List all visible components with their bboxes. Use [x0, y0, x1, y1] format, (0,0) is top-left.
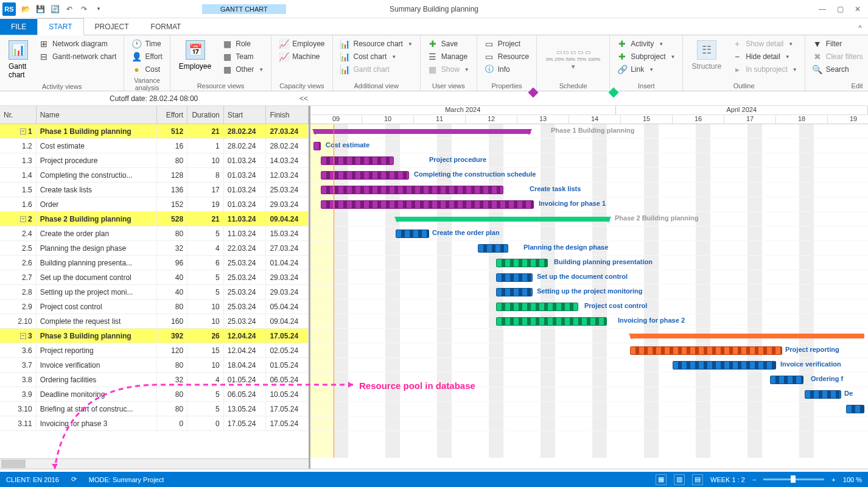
table-row[interactable]: 2.9 Project cost control 80 10 25.03.24 … [0, 300, 309, 314]
table-row[interactable]: 2.7 Set up the document control 40 5 25.… [0, 270, 309, 285]
gantt-bar[interactable] [805, 390, 841, 399]
search-button[interactable]: 🔍Search [810, 63, 868, 75]
undo-icon[interactable]: ↶ [63, 3, 75, 15]
gantt-bar[interactable] [496, 259, 548, 267]
manage-button[interactable]: ☰Manage [425, 51, 472, 63]
gantt-bar[interactable] [478, 244, 508, 253]
table-row[interactable]: 3.10 Briefing at start of construc... 80… [0, 402, 309, 416]
resource-chart-button[interactable]: 📊Resource chart▼ [338, 38, 415, 50]
filter-button[interactable]: ▼Filter [810, 38, 868, 50]
view3-icon[interactable]: ▤ [692, 474, 703, 485]
schedule-dd[interactable]: ▼ [570, 63, 576, 70]
link-button[interactable]: 🔗Link▼ [615, 63, 677, 75]
col-name[interactable]: Name [37, 106, 158, 124]
other-button[interactable]: ▦Other▼ [220, 63, 266, 75]
table-row[interactable]: 2.10 Complete the request list 160 10 25… [0, 314, 309, 329]
file-tab[interactable]: FILE [0, 19, 37, 35]
sync-icon[interactable]: 🔄 [49, 3, 61, 15]
table-row[interactable]: 2.6 Building planning presenta... 96 6 2… [0, 256, 309, 270]
table-row[interactable]: 1.4 Completing the constructio... 128 8 … [0, 168, 309, 183]
table-row[interactable]: −2 Phase 2 Building planning 528 21 11.0… [0, 212, 309, 226]
gantt-bar[interactable] [321, 156, 394, 165]
table-row[interactable]: −3 Phase 3 Building planning 392 26 12.0… [0, 329, 309, 343]
col-effort[interactable]: Effort [157, 106, 187, 124]
gantt-bar[interactable] [673, 361, 776, 370]
gantt-bar[interactable] [496, 288, 533, 296]
cap-employee-button[interactable]: 📈Employee [276, 38, 327, 50]
gantt-bar[interactable] [321, 200, 534, 209]
col-finish[interactable]: Finish [266, 106, 309, 124]
effort-button[interactable]: 👤Effort [129, 51, 164, 63]
minimize-icon[interactable]: — [819, 5, 826, 13]
save-view-button[interactable]: ✚Save [425, 38, 472, 50]
project-tab[interactable]: PROJECT [84, 19, 140, 35]
horizontal-scrollbar[interactable] [0, 458, 309, 469]
table-row[interactable]: 1.3 Project procedure 80 10 01.03.24 14.… [0, 153, 309, 168]
cost-button[interactable]: ●Cost [129, 63, 164, 75]
maximize-icon[interactable]: ▢ [837, 5, 844, 13]
save-icon[interactable]: 💾 [34, 3, 46, 15]
gantt-chart-button[interactable]: 📊 Gantt chart [5, 38, 32, 82]
gantt-bar[interactable] [846, 405, 864, 413]
gantt-bar[interactable] [313, 129, 531, 134]
gantt-bar[interactable] [630, 334, 864, 338]
table-row[interactable]: −1 Phase 1 Building planning 512 21 28.0… [0, 124, 309, 139]
col-nr[interactable]: Nr. [0, 106, 37, 124]
gantt-bar[interactable] [396, 229, 429, 238]
view1-icon[interactable]: ▦ [656, 474, 667, 485]
zoom-slider[interactable] [763, 478, 824, 480]
gantt-body[interactable]: Phase 1 Building planningCost estimatePr… [310, 124, 868, 458]
refresh-icon[interactable]: ⟳ [71, 475, 77, 483]
time-button[interactable]: 🕐Time [129, 38, 164, 50]
subproject-button[interactable]: ✚Subproject▼ [615, 51, 677, 63]
table-row[interactable]: 3.6 Project reporting 120 15 12.04.24 02… [0, 343, 309, 358]
open-icon[interactable]: 📂 [19, 3, 32, 15]
table-row[interactable]: 1.6 Order 152 19 01.03.24 29.03.24 [0, 197, 309, 212]
close-icon[interactable]: ✕ [855, 5, 861, 13]
gantt-bar[interactable] [630, 346, 782, 355]
table-row[interactable]: 3.9 Deadline monitoring 80 5 06.05.24 10… [0, 387, 309, 402]
resource-prop-button[interactable]: ▭Resource [482, 51, 531, 63]
gantt-bar[interactable] [321, 186, 503, 194]
gantt-network-button[interactable]: ⊟Gantt-network chart [37, 51, 119, 63]
expand-icon[interactable]: − [20, 216, 26, 222]
info-button[interactable]: ⓘInfo [482, 63, 531, 75]
role-button[interactable]: ▦Role [220, 38, 266, 50]
start-tab[interactable]: START [37, 18, 83, 35]
table-row[interactable]: 3.7 Invoice verification 80 10 18.04.24 … [0, 358, 309, 373]
expand-icon[interactable]: − [20, 128, 26, 135]
hide-detail-button[interactable]: −Hide detail▼ [730, 51, 800, 63]
table-row[interactable]: 3.8 Ordering facilities 32 4 01.05.24 06… [0, 373, 309, 387]
team-button[interactable]: ▦Team [220, 51, 266, 63]
table-row[interactable]: 2.5 Planning the design phase 32 4 22.03… [0, 241, 309, 256]
project-prop-button[interactable]: ▭Project [482, 38, 531, 50]
table-row[interactable]: 1.5 Create task lists 136 17 01.03.24 25… [0, 183, 309, 197]
collapse-left-button[interactable]: << [299, 94, 308, 103]
col-start[interactable]: Start [224, 106, 267, 124]
employee-button[interactable]: 📅 Employee [175, 38, 215, 81]
ribbon-collapse-icon[interactable]: ^ [852, 21, 868, 35]
view2-icon[interactable]: ▥ [674, 474, 685, 485]
gantt-bar[interactable] [496, 317, 607, 326]
redo-icon[interactable]: ↷ [78, 3, 90, 15]
expand-icon[interactable]: − [20, 333, 26, 339]
activity-button[interactable]: ✚Activity▼ [615, 38, 677, 50]
qat-dropdown[interactable]: ▼ [93, 3, 105, 15]
col-duration[interactable]: Duration [187, 106, 224, 124]
table-row[interactable]: 3.11 Invoicing for phase 3 0 0 17.05.24 … [0, 416, 309, 431]
cost-chart-button[interactable]: 📊Cost chart▼ [338, 51, 415, 63]
network-diagram-button[interactable]: ⊞Network diagram [37, 38, 119, 50]
gantt-bar[interactable] [313, 142, 321, 150]
table-row[interactable]: 1.2 Cost estimate 16 1 28.02.24 28.02.24 [0, 139, 309, 153]
zoom-in-icon[interactable]: + [831, 476, 835, 483]
table-row[interactable]: 2.8 Setting up the project moni... 40 5 … [0, 285, 309, 300]
format-tab[interactable]: FORMAT [140, 19, 192, 35]
machine-button[interactable]: 📈Machine [276, 51, 327, 63]
gantt-bar[interactable] [496, 273, 533, 282]
table-row[interactable]: 2.4 Create the order plan 80 5 11.03.24 … [0, 226, 309, 241]
zoom-presets[interactable]: ▭ ▭ ▭ ▭ ▭ [556, 49, 590, 55]
gantt-bar[interactable] [770, 376, 803, 384]
gantt-bar[interactable] [496, 303, 578, 311]
zoom-out-icon[interactable]: − [752, 476, 756, 483]
gantt-bar[interactable] [396, 217, 610, 222]
